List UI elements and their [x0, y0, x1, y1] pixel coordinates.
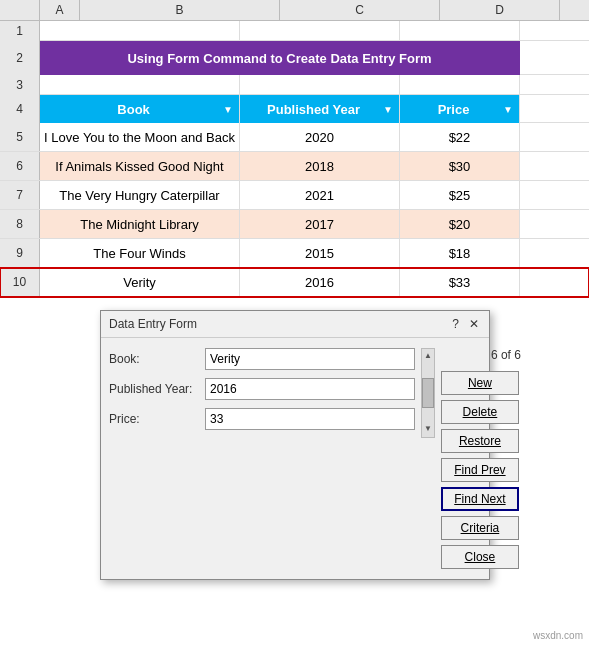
row-number: 6: [0, 152, 40, 180]
cell: [40, 21, 240, 41]
field-row-price: Price:: [109, 408, 415, 430]
cell: [240, 21, 400, 41]
field-input-price[interactable]: [205, 408, 415, 430]
row-number: 2: [0, 41, 40, 75]
spreadsheet: A B C D 1 2 Using Form Command to Create…: [0, 0, 589, 297]
dialog-title: Data Entry Form: [109, 317, 197, 331]
table-header-row: 4 Book ▼ Published Year ▼ Price ▼: [0, 95, 589, 123]
cell-book: If Animals Kissed Good Night: [40, 152, 240, 180]
row-number: 3: [0, 75, 40, 95]
field-input-book[interactable]: [205, 348, 415, 370]
cell-book: I Love You to the Moon and Back: [40, 123, 240, 151]
find-prev-button[interactable]: Find Prev: [441, 458, 519, 482]
cell-book: Verity: [40, 268, 240, 296]
cell: [400, 75, 520, 95]
data-entry-form-dialog: Data Entry Form ? ✕ Book: Published Year…: [100, 310, 490, 580]
scroll-up-arrow[interactable]: ▲: [422, 349, 434, 362]
cell: [240, 75, 400, 95]
header-year[interactable]: Published Year ▼: [240, 95, 400, 123]
scroll-down-arrow[interactable]: ▼: [422, 422, 434, 435]
dialog-controls: ? ✕: [450, 317, 481, 331]
field-label-book: Book:: [109, 352, 199, 366]
field-input-year[interactable]: [205, 378, 415, 400]
field-row-book: Book:: [109, 348, 415, 370]
dialog-close-button[interactable]: ✕: [467, 317, 481, 331]
table-row: 3: [0, 75, 589, 95]
row-number: 8: [0, 210, 40, 238]
col-headers-row: A B C D: [0, 0, 589, 21]
cell-year: 2017: [240, 210, 400, 238]
cell-year: 2020: [240, 123, 400, 151]
dialog-buttons: 6 of 6 New Delete Restore Find Prev Find…: [441, 348, 521, 569]
header-year-label: Published Year: [246, 102, 381, 117]
field-label-price: Price:: [109, 412, 199, 426]
table-row: 6 If Animals Kissed Good Night 2018 $30: [0, 152, 589, 181]
field-label-year: Published Year:: [109, 382, 199, 396]
cell-price: $30: [400, 152, 520, 180]
dropdown-arrow-price[interactable]: ▼: [503, 104, 513, 115]
dialog-fields: Book: Published Year: Price:: [109, 348, 415, 569]
cell-book: The Four Winds: [40, 239, 240, 267]
restore-button[interactable]: Restore: [441, 429, 519, 453]
row-number: 10: [0, 268, 40, 296]
dialog-help-button[interactable]: ?: [450, 317, 461, 331]
cell-year: 2021: [240, 181, 400, 209]
cell-price: $25: [400, 181, 520, 209]
table-row: 1: [0, 21, 589, 41]
col-header-b: B: [80, 0, 280, 20]
title-row: 2 Using Form Command to Create Data Entr…: [0, 41, 589, 75]
header-book-label: Book: [46, 102, 221, 117]
dialog-body: Book: Published Year: Price: ▲ ▼ 6 of 6 …: [101, 338, 489, 579]
field-row-year: Published Year:: [109, 378, 415, 400]
cell-year: 2018: [240, 152, 400, 180]
header-price-label: Price: [406, 102, 501, 117]
row-number: 1: [0, 21, 40, 41]
record-info: 6 of 6: [441, 348, 521, 362]
cell-book: The Midnight Library: [40, 210, 240, 238]
scroll-thumb[interactable]: [422, 378, 434, 408]
cell-price: $22: [400, 123, 520, 151]
table-row: 9 The Four Winds 2015 $18: [0, 239, 589, 268]
row-number: 4: [0, 95, 40, 123]
close-form-button[interactable]: Close: [441, 545, 519, 569]
corner-cell: [0, 0, 40, 20]
table-row: 5 I Love You to the Moon and Back 2020 $…: [0, 123, 589, 152]
col-header-d: D: [440, 0, 560, 20]
find-next-button[interactable]: Find Next: [441, 487, 519, 511]
cell-price: $33: [400, 268, 520, 296]
cell: [400, 21, 520, 41]
cell-price: $20: [400, 210, 520, 238]
header-book[interactable]: Book ▼: [40, 95, 240, 123]
cell-book: The Very Hungry Caterpillar: [40, 181, 240, 209]
table-row: 8 The Midnight Library 2017 $20: [0, 210, 589, 239]
row-number: 9: [0, 239, 40, 267]
cell: [40, 75, 240, 95]
table-row: 10 Verity 2016 $33: [0, 268, 589, 297]
row-number: 7: [0, 181, 40, 209]
table-row: 7 The Very Hungry Caterpillar 2021 $25: [0, 181, 589, 210]
col-header-c: C: [280, 0, 440, 20]
dialog-titlebar: Data Entry Form ? ✕: [101, 311, 489, 338]
cell-year: 2015: [240, 239, 400, 267]
title-cell: Using Form Command to Create Data Entry …: [40, 41, 520, 75]
dropdown-arrow-year[interactable]: ▼: [383, 104, 393, 115]
dropdown-arrow-book[interactable]: ▼: [223, 104, 233, 115]
col-header-a: A: [40, 0, 80, 20]
criteria-button[interactable]: Criteria: [441, 516, 519, 540]
new-button[interactable]: New: [441, 371, 519, 395]
dialog-scrollbar[interactable]: ▲ ▼: [421, 348, 435, 438]
cell-price: $18: [400, 239, 520, 267]
watermark: wsxdn.com: [533, 630, 583, 641]
row-number: 5: [0, 123, 40, 151]
cell-year: 2016: [240, 268, 400, 296]
header-price[interactable]: Price ▼: [400, 95, 520, 123]
delete-button[interactable]: Delete: [441, 400, 519, 424]
